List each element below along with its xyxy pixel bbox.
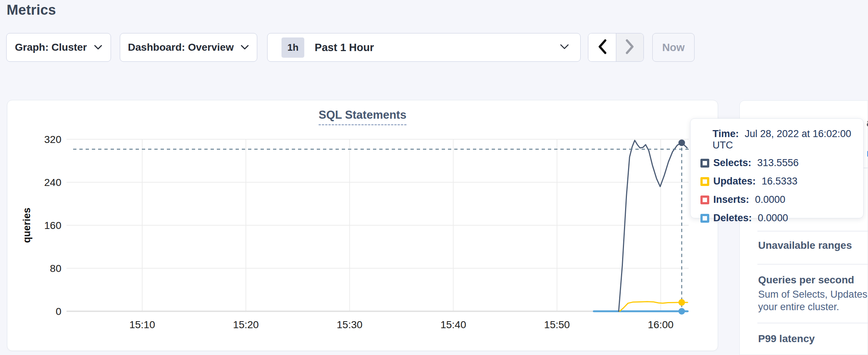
sidebar-heading-unavailable-ranges: Unavailable ranges	[758, 240, 852, 251]
tooltip-time-label: Time:	[713, 128, 739, 139]
dashboard-dropdown-label: Dashboard: Overview	[128, 42, 234, 53]
sidebar-description-line: Sum of Selects, Updates, Inserts	[758, 289, 868, 300]
tooltip-row-value: 0.0000	[758, 212, 788, 224]
sidebar-heading-queries-per-second: Queries per second	[758, 274, 854, 286]
svg-text:15:20: 15:20	[233, 319, 259, 330]
svg-text:0: 0	[55, 306, 61, 317]
chevron-down-icon	[240, 44, 249, 50]
inserts-series-swatch-icon	[700, 196, 709, 204]
axis-tick-labels: 15:1015:2015:3015:4015:5016:000801602403…	[44, 134, 674, 330]
hover-dots	[678, 139, 685, 315]
tooltip-row-value: 0.0000	[755, 194, 786, 205]
svg-text:15:30: 15:30	[337, 319, 362, 330]
tooltip-row-deletes: Deletes: 0.0000	[700, 212, 854, 224]
hover-dot	[678, 308, 685, 315]
tooltip-row-updates: Updates: 16.5333	[700, 176, 854, 187]
next-timeframe-button[interactable]	[616, 33, 643, 61]
graph-scope-dropdown[interactable]: Graph: Cluster	[6, 33, 111, 62]
now-button[interactable]: Now	[652, 33, 695, 62]
tooltip-row-selects: Selects: 313.5556	[700, 157, 854, 169]
divider	[757, 231, 868, 232]
dashboard-dropdown[interactable]: Dashboard: Overview	[120, 33, 257, 62]
clipped-heading-fragment: a	[867, 117, 868, 129]
svg-text:16:00: 16:00	[648, 319, 674, 330]
time-range-selector[interactable]: 1h Past 1 Hour	[267, 33, 581, 62]
updates-series-swatch-icon	[700, 177, 709, 186]
tooltip-row-label: Deletes:	[713, 212, 752, 224]
deletes-series-swatch-icon	[700, 214, 709, 223]
tooltip-row-inserts: Inserts: 0.0000	[700, 194, 854, 205]
time-range-badge: 1h	[281, 37, 304, 58]
sql-statements-plot[interactable]: 15:1015:2015:3015:4015:5016:000801602403…	[7, 100, 718, 351]
chart-hover-tooltip: Time:Jul 28, 2022 at 16:02:00 UTC Select…	[690, 118, 864, 218]
graph-scope-dropdown-label: Graph: Cluster	[15, 42, 87, 53]
divider	[757, 264, 868, 265]
hover-dot	[678, 299, 685, 306]
tooltip-time-row: Time:Jul 28, 2022 at 16:02:00 UTC	[713, 128, 854, 151]
svg-text:320: 320	[44, 134, 61, 145]
data-series	[594, 140, 688, 311]
svg-text:15:10: 15:10	[129, 319, 155, 330]
chevron-right-icon	[625, 39, 635, 56]
crosshair	[73, 141, 689, 311]
sidebar-heading-p99-latency: P99 latency	[758, 333, 815, 345]
tooltip-row-value: 16.5333	[762, 176, 798, 187]
hover-dot	[678, 139, 685, 146]
svg-text:160: 160	[44, 220, 61, 231]
tooltip-row-label: Updates:	[713, 176, 756, 187]
tooltip-row-label: Inserts:	[713, 194, 749, 205]
chevron-down-icon	[94, 44, 103, 50]
page-title: Metrics	[7, 2, 56, 18]
time-range-label: Past 1 Hour	[315, 42, 560, 54]
series-line-selects	[619, 140, 687, 311]
previous-timeframe-button[interactable]	[588, 33, 616, 61]
selects-series-swatch-icon	[700, 159, 709, 168]
now-button-label: Now	[662, 42, 685, 54]
gridlines	[67, 139, 689, 311]
sql-statements-chart-card: SQL Statements queries 15:1015:2015:3015…	[7, 100, 718, 351]
tooltip-row-label: Selects:	[713, 157, 752, 169]
svg-text:15:40: 15:40	[440, 319, 466, 330]
series-line-updates	[620, 302, 688, 311]
tooltip-row-value: 313.5556	[757, 157, 799, 169]
divider	[757, 323, 868, 323]
sidebar-description-line: your entire cluster.	[758, 301, 839, 313]
chevron-down-icon	[560, 43, 569, 51]
chevron-left-icon	[598, 39, 607, 56]
svg-text:15:50: 15:50	[544, 319, 570, 330]
svg-text:80: 80	[50, 263, 61, 274]
svg-text:240: 240	[44, 177, 61, 188]
time-step-controls	[588, 33, 644, 62]
